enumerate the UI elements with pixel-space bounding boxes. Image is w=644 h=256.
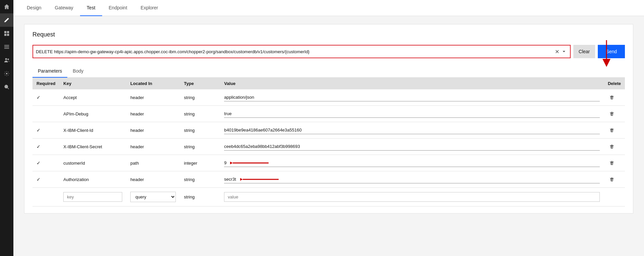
- delete-cell-new: [604, 188, 625, 206]
- key-cell-new: [59, 188, 126, 206]
- table-row: APIm-Debug header string: [32, 106, 625, 122]
- key-cell: X-IBM-Client-Secret: [59, 139, 126, 155]
- required-cell: ✓: [32, 155, 59, 171]
- delete-button[interactable]: [608, 143, 616, 151]
- table-row: ✓ X-IBM-Client-Id header string: [32, 122, 625, 139]
- key-cell: Accept: [59, 89, 126, 106]
- value-input[interactable]: [224, 159, 600, 167]
- clear-button[interactable]: Clear: [573, 45, 595, 58]
- parameters-table: Required Key Located In Type Value Delet…: [32, 78, 625, 206]
- value-cell: [220, 106, 604, 122]
- value-cell: [220, 122, 604, 139]
- value-cell: [220, 89, 604, 106]
- sidebar-users[interactable]: [0, 54, 13, 67]
- tab-design[interactable]: Design: [20, 0, 48, 16]
- value-cell: [220, 139, 604, 155]
- key-cell: X-IBM-Client-Id: [59, 122, 126, 139]
- request-panel: Request ✕ Clear Send Parameters: [24, 24, 633, 214]
- type-cell: string: [180, 106, 220, 122]
- annotation-down-arrow: [600, 40, 613, 68]
- location-cell: header: [126, 139, 180, 155]
- content-area: Request ✕ Clear Send Parameters: [13, 16, 644, 256]
- content-wrapper: Request ✕ Clear Send Parameters: [24, 24, 633, 214]
- key-cell: Authorization: [59, 171, 126, 188]
- svg-rect-6: [4, 48, 9, 49]
- value-cell: [220, 171, 604, 188]
- sidebar-home[interactable]: [0, 0, 13, 13]
- url-input-wrapper: ✕: [32, 45, 571, 58]
- value-input[interactable]: [224, 126, 600, 134]
- url-x-button[interactable]: ✕: [554, 49, 561, 55]
- svg-point-7: [5, 58, 7, 60]
- url-chevron-button[interactable]: [561, 50, 567, 54]
- required-cell: ✓: [32, 171, 59, 188]
- key-cell: APIm-Debug: [59, 106, 126, 122]
- col-header-required: Required: [32, 78, 59, 89]
- delete-button[interactable]: [608, 159, 616, 167]
- svg-rect-4: [4, 45, 9, 46]
- delete-button[interactable]: [608, 93, 616, 101]
- delete-cell: [604, 89, 625, 106]
- required-cell: [32, 106, 59, 122]
- col-header-delete: Delete: [604, 78, 625, 89]
- col-header-value: Value: [220, 78, 604, 89]
- sidebar-list[interactable]: [0, 40, 13, 54]
- svg-rect-1: [7, 31, 9, 33]
- tab-parameters[interactable]: Parameters: [32, 65, 67, 78]
- tab-body[interactable]: Body: [67, 65, 89, 78]
- col-header-location: Located In: [126, 78, 180, 89]
- check-icon: ✓: [37, 144, 41, 149]
- value-input[interactable]: [224, 93, 600, 101]
- location-select[interactable]: query header path: [130, 192, 176, 202]
- type-cell: integer: [180, 155, 220, 171]
- required-cell-new: [32, 188, 59, 206]
- sidebar-apps[interactable]: [0, 27, 13, 40]
- value-input[interactable]: [224, 175, 600, 183]
- tab-endpoint[interactable]: Endpoint: [102, 0, 134, 16]
- svg-point-9: [6, 73, 8, 75]
- tab-gateway[interactable]: Gateway: [48, 0, 80, 16]
- location-cell-new: query header path: [126, 188, 180, 206]
- delete-button[interactable]: [608, 175, 616, 183]
- main-area: Design Gateway Test Endpoint Explorer R: [13, 0, 644, 256]
- delete-button[interactable]: [608, 110, 616, 118]
- col-header-type: Type: [180, 78, 220, 89]
- value-input[interactable]: [224, 143, 600, 151]
- panel-title: Request: [32, 31, 625, 38]
- top-nav: Design Gateway Test Endpoint Explorer: [13, 0, 644, 16]
- required-cell: ✓: [32, 89, 59, 106]
- svg-point-10: [5, 85, 8, 88]
- svg-rect-3: [7, 34, 9, 36]
- tab-explorer[interactable]: Explorer: [134, 0, 165, 16]
- check-icon: ✓: [37, 177, 41, 182]
- required-cell: ✓: [32, 139, 59, 155]
- tab-test[interactable]: Test: [80, 0, 102, 16]
- location-cell: header: [126, 89, 180, 106]
- annotation-arrow-customerid: [230, 160, 270, 166]
- sidebar-edit[interactable]: [0, 13, 13, 27]
- location-cell: header: [126, 122, 180, 139]
- value-cell-new: [220, 188, 604, 206]
- type-cell-new: string: [180, 188, 220, 206]
- new-key-input[interactable]: [63, 192, 122, 202]
- svg-rect-5: [4, 47, 9, 47]
- value-cell: [220, 155, 604, 171]
- delete-cell: [604, 122, 625, 139]
- table-header-row: Required Key Located In Type Value Delet…: [32, 78, 625, 89]
- url-input[interactable]: [36, 49, 554, 54]
- type-cell: string: [180, 171, 220, 188]
- delete-button[interactable]: [608, 126, 616, 134]
- check-icon: ✓: [37, 95, 41, 100]
- sidebar-search[interactable]: [0, 80, 13, 94]
- delete-cell: [604, 139, 625, 155]
- location-cell: path: [126, 155, 180, 171]
- table-row: ✓ X-IBM-Client-Secret header string: [32, 139, 625, 155]
- sidebar-settings[interactable]: [0, 67, 13, 80]
- new-value-input[interactable]: [224, 192, 600, 202]
- value-input[interactable]: [224, 110, 600, 118]
- svg-point-8: [7, 59, 9, 60]
- svg-rect-0: [4, 31, 6, 33]
- delete-cell: [604, 171, 625, 188]
- annotation-arrow-auth: [240, 176, 280, 183]
- svg-line-11: [7, 88, 9, 89]
